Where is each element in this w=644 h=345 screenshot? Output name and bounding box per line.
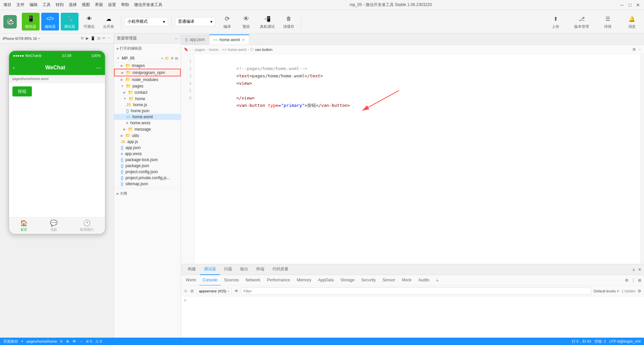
file-app-js[interactable]: JS app.js xyxy=(114,139,181,145)
menu-item-help[interactable]: 帮助 xyxy=(121,2,129,8)
menu-item-file[interactable]: 文件 xyxy=(16,2,24,8)
subtab-audits[interactable]: Audits xyxy=(415,275,433,286)
folder-message[interactable]: ▶ 📁 message xyxy=(114,126,181,132)
subtab-network[interactable]: Network xyxy=(242,275,264,286)
phone-tab-contact[interactable]: 🕐 联系我们 xyxy=(80,219,94,232)
default-levels-selector[interactable]: Default levels ▾ xyxy=(594,289,619,293)
menu-item-interface[interactable]: 界面 xyxy=(95,2,103,8)
subtab-more[interactable]: » xyxy=(433,275,442,286)
folder-utils[interactable]: ▶ 📁 utils xyxy=(114,132,181,139)
devtools-up-icon[interactable]: ∧ xyxy=(632,267,635,272)
menu-item-tools[interactable]: 工具 xyxy=(43,2,51,8)
preview-button[interactable]: 👁 预览 xyxy=(237,13,255,30)
editor-more-icon[interactable]: ··· xyxy=(638,47,641,52)
tab-app-json[interactable]: {} app.json xyxy=(181,34,209,45)
editor-scrollbar[interactable] xyxy=(640,54,644,264)
sim-screenshot-icon[interactable]: ✂ xyxy=(102,36,105,41)
mode-dropdown[interactable]: 小程序模式 ▾ xyxy=(124,17,168,26)
devtools-tab-output[interactable]: 输出 xyxy=(236,264,252,275)
outline-header[interactable]: ▶ 大纲 xyxy=(117,190,178,197)
cloud-button[interactable]: ☁ 云开发 xyxy=(100,13,117,30)
subtab-sensor[interactable]: Sensor xyxy=(379,275,398,286)
new-folder-icon[interactable]: 📁 xyxy=(165,56,169,61)
back-arrow-icon[interactable]: ‹ xyxy=(190,48,191,52)
devtools-settings-icon[interactable]: ⚙ xyxy=(625,278,629,283)
subtab-security[interactable]: Security xyxy=(358,275,379,286)
bookmark-icon[interactable]: 🔖 xyxy=(184,47,189,52)
more-options-icon[interactable]: ··· xyxy=(175,36,178,41)
console-block-icon[interactable]: ⊘ xyxy=(190,288,194,293)
file-app-json[interactable]: {} app.json xyxy=(114,145,181,151)
file-home-wxss[interactable]: ≡ home.wxss xyxy=(114,120,181,126)
subtab-console[interactable]: Console xyxy=(199,275,221,286)
devtools-menu-icon[interactable]: ⋮ xyxy=(631,278,635,283)
phone-more-icon[interactable]: ··· xyxy=(96,64,101,71)
close-button[interactable]: ✕ xyxy=(635,2,641,8)
console-cursor-icon[interactable]: ⊹ xyxy=(184,288,187,293)
clear-cache-button[interactable]: 🗑 清缓存 xyxy=(280,13,298,30)
devtools-tab-issues[interactable]: 问题 xyxy=(220,264,236,275)
phone-back-icon[interactable]: ‹ xyxy=(13,65,15,71)
window-controls[interactable]: ─ □ ✕ xyxy=(619,2,641,8)
more-status-icon[interactable]: ··· xyxy=(79,339,83,343)
compile-run-button[interactable]: ⟳ 编译 xyxy=(218,13,236,30)
console-settings-icon[interactable]: ⚙ xyxy=(638,289,641,293)
devtools-close-icon[interactable]: ✕ xyxy=(638,267,641,272)
devtools-console-content[interactable]: > xyxy=(181,296,644,338)
sim-phone-icon[interactable]: 📱 xyxy=(91,36,95,41)
file-home-js[interactable]: JS home.js xyxy=(114,102,181,108)
sim-more-icon[interactable]: ⋯ xyxy=(107,36,111,41)
console-prompt[interactable]: > xyxy=(184,298,186,303)
sim-refresh-icon[interactable]: ⟳ xyxy=(81,36,84,41)
file-project-private-config[interactable]: {} project.private.config.js... xyxy=(114,175,181,181)
file-package-lock-json[interactable]: {} package-lock.json xyxy=(114,157,181,163)
tab-home-wxml[interactable]: <> home.wxml ✕ xyxy=(209,34,250,45)
visual-button[interactable]: 👁 可视化 xyxy=(80,13,98,30)
simulator-button[interactable]: 📱 模拟器 xyxy=(22,13,40,30)
minimize-button[interactable]: ─ xyxy=(619,2,625,8)
file-home-wxml[interactable]: <> home.wxml xyxy=(114,114,181,120)
upload-button[interactable]: ⬆ 上传 xyxy=(547,13,564,30)
menu-item-select[interactable]: 选择 xyxy=(69,2,77,8)
copy-path-icon[interactable]: ⎘ xyxy=(60,339,63,343)
debugger-button[interactable]: 🔧 调试器 xyxy=(61,13,78,30)
file-package-json[interactable]: {} package.json xyxy=(114,163,181,169)
folder-miniprogram-npm[interactable]: ▶ 📁 miniprogram_npm xyxy=(114,69,181,76)
menu-item-edit[interactable]: 编辑 xyxy=(30,2,38,8)
menu-item-view[interactable]: 视图 xyxy=(82,2,90,8)
editor-content[interactable]: 1 2 3 4 5 6 <!--pages/home/home.wxml--> … xyxy=(181,54,644,264)
subtab-memory[interactable]: Memory xyxy=(293,275,315,286)
menu-item-settings[interactable]: 设置 xyxy=(108,2,116,8)
folder-contact[interactable]: ▶ 📁 contact xyxy=(114,89,181,95)
menu-item-goto[interactable]: 转到 xyxy=(56,2,64,8)
forward-arrow-icon[interactable]: › xyxy=(193,48,194,52)
devtools-tab-code-quality[interactable]: 代码质量 xyxy=(268,264,292,275)
devtools-tab-build[interactable]: 构建 xyxy=(184,264,200,275)
sim-play-icon[interactable]: ▶ xyxy=(86,36,89,41)
collapse-icon[interactable]: ⊟ xyxy=(175,56,178,61)
file-sitemap[interactable]: {} sitemap.json xyxy=(114,181,181,187)
subtab-mock[interactable]: Mock xyxy=(398,275,415,286)
devtools-tab-debugger[interactable]: 调试器 xyxy=(200,264,220,275)
new-file-icon[interactable]: + xyxy=(161,56,163,61)
target-icon[interactable]: ⊕ xyxy=(66,339,69,344)
demo-button[interactable]: 按钮 xyxy=(12,86,32,96)
file-project-config[interactable]: {} project.config.json xyxy=(114,169,181,175)
menu-item-weixin[interactable]: 微信开发者工具 xyxy=(134,2,162,8)
menu-bar[interactable]: 项目 文件 编辑 工具 转到 选择 视图 界面 设置 帮助 微信开发者工具 xyxy=(3,2,162,8)
subtab-appdata[interactable]: AppData xyxy=(315,275,337,286)
refresh-icon[interactable]: ⟳ xyxy=(171,56,174,61)
version-manage-button[interactable]: ⎇ 版本管理 xyxy=(571,13,592,30)
maximize-button[interactable]: □ xyxy=(627,2,633,8)
split-view-icon[interactable]: ⊞ xyxy=(633,47,636,52)
preview-status-icon[interactable]: 👁 xyxy=(72,339,76,343)
file-app-wxss[interactable]: ≡ app.wxss xyxy=(114,151,181,157)
service-selector[interactable]: appservice (#15) ▾ xyxy=(197,288,232,294)
device-selector[interactable]: iPhone 6/7/8 85% 16 ▾ xyxy=(3,37,40,41)
folder-node-modules[interactable]: ▶ 📁 node_modules xyxy=(114,76,181,83)
devtools-dock-icon[interactable]: ⊞ xyxy=(638,278,641,283)
devtools-tab-terminal[interactable]: 终端 xyxy=(252,264,268,275)
subtab-performance[interactable]: Performance xyxy=(264,275,293,286)
message-button[interactable]: 🔔 消息 xyxy=(623,13,641,30)
file-home-json[interactable]: {} home.json xyxy=(114,108,181,114)
